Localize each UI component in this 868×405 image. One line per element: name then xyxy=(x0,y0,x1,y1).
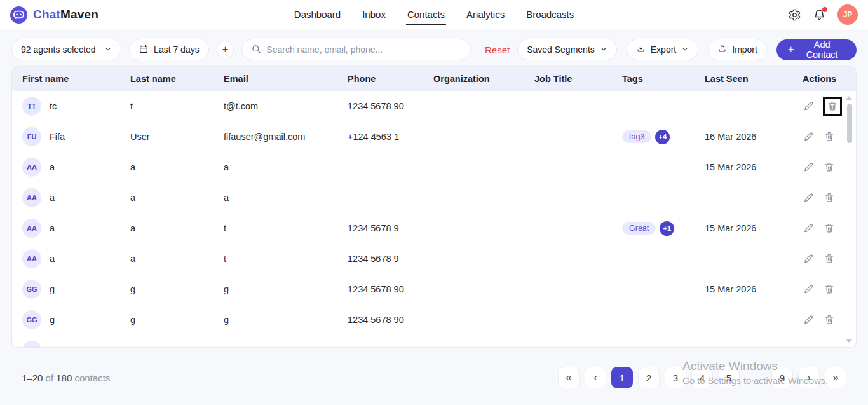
page-button-3[interactable]: 3 xyxy=(665,367,686,388)
tags-cell: Great+1 xyxy=(622,221,705,236)
delete-trash-icon[interactable] xyxy=(823,222,836,235)
notifications-bell-icon[interactable] xyxy=(813,8,826,22)
page-button-9[interactable]: 9 xyxy=(771,367,793,388)
delete-trash-icon[interactable] xyxy=(823,252,836,265)
add-filter-button[interactable]: + xyxy=(217,41,234,58)
delete-trash-icon[interactable] xyxy=(823,161,836,174)
column-header-last-seen: Last Seen xyxy=(705,74,803,84)
first-name-cell: a xyxy=(50,193,55,203)
first-name-cell: Fifa xyxy=(50,132,65,142)
table-row: AAaat1234 5678 9Great+115 Mar 2026 xyxy=(12,213,856,244)
first-name-cell: g xyxy=(50,315,55,325)
contact-avatar: GG xyxy=(22,310,41,329)
profile-avatar[interactable]: JP xyxy=(837,4,858,25)
column-header-first-name: First name xyxy=(22,74,130,84)
tag-more-badge[interactable]: +4 xyxy=(655,130,670,144)
nav-tab-inbox[interactable]: Inbox xyxy=(353,0,395,29)
page-button-4[interactable]: 4 xyxy=(691,367,713,388)
delete-trash-icon[interactable] xyxy=(823,283,836,296)
calendar-icon xyxy=(139,44,149,56)
email-cell: fifauser@gmail.com xyxy=(224,132,348,142)
import-button[interactable]: Import xyxy=(708,39,767,60)
edit-pencil-icon[interactable] xyxy=(803,130,815,143)
column-header-job-title: Job Title xyxy=(534,74,622,84)
agents-dropdown[interactable]: 92 agents selected xyxy=(11,39,121,60)
pagination-first[interactable]: « xyxy=(558,367,580,388)
nav-tab-contacts[interactable]: Contacts xyxy=(398,0,454,29)
delete-trash-icon[interactable] xyxy=(823,191,836,204)
page-button-1[interactable]: 1 xyxy=(611,367,633,388)
scrollbar-thumb[interactable] xyxy=(847,104,852,143)
last-seen-cell: 16 Mar 2026 xyxy=(705,132,803,142)
brand[interactable]: ChatMaven xyxy=(10,6,175,24)
contact-avatar: GG xyxy=(22,280,41,299)
column-header-last-name: Last name xyxy=(130,74,224,84)
table-row: AAaat1234 5678 9 xyxy=(12,244,856,274)
tag-more-badge[interactable]: +1 xyxy=(660,221,674,236)
edit-pencil-icon[interactable] xyxy=(803,191,815,204)
column-header-organization: Organization xyxy=(433,74,534,84)
scrollbar-up-arrow[interactable] xyxy=(846,96,852,100)
delete-trash-icon[interactable] xyxy=(823,97,842,116)
export-dropdown[interactable]: Export xyxy=(627,39,698,60)
nav-tab-broadcasts[interactable]: Broadcasts xyxy=(517,0,583,29)
date-range-picker[interactable]: Last 7 days xyxy=(129,39,209,60)
delete-trash-icon[interactable] xyxy=(823,313,836,326)
phone-cell: +124 4563 1 xyxy=(348,132,433,142)
email-cell: g xyxy=(224,284,348,294)
main-nav: DashboardInboxContactsAnalyticsBroadcast… xyxy=(175,0,693,29)
download-icon xyxy=(636,44,646,55)
email-cell: t xyxy=(224,254,348,264)
saved-segments-dropdown[interactable]: Saved Segments xyxy=(517,39,617,60)
edit-pencil-icon[interactable] xyxy=(803,283,815,296)
edit-pencil-icon[interactable] xyxy=(803,222,815,235)
pagination-next[interactable]: › xyxy=(798,367,820,388)
pagination-prev[interactable]: ‹ xyxy=(585,367,606,388)
reset-filters-link[interactable]: Reset xyxy=(485,45,510,55)
edit-pencil-icon[interactable] xyxy=(803,100,815,113)
last-name-cell: a xyxy=(130,162,224,172)
email-cell: t@t.com xyxy=(224,101,348,111)
actions-cell xyxy=(803,222,856,235)
table-footer: 1–20 of 180 contacts «‹12345…9›» xyxy=(0,367,868,388)
contacts-table-body: TTtctt@t.com1234 5678 90FUFifaUserfifaus… xyxy=(12,91,856,348)
top-right-tools: JP xyxy=(693,4,858,25)
delete-trash-icon[interactable] xyxy=(823,130,836,143)
tag-pill[interactable]: tag3 xyxy=(622,130,651,143)
edit-pencil-icon[interactable] xyxy=(803,161,815,174)
last-name-cell: User xyxy=(130,132,224,142)
search-icon xyxy=(251,44,261,56)
actions-cell xyxy=(803,283,856,296)
pagination-ellipsis: … xyxy=(745,367,766,388)
table-row: AAaaa15 Mar 2026 xyxy=(12,152,856,182)
pagination-last[interactable]: » xyxy=(825,367,846,388)
page-button-2[interactable]: 2 xyxy=(638,367,660,388)
contact-avatar xyxy=(22,341,41,348)
scrollbar-down-arrow[interactable] xyxy=(846,339,852,343)
add-contact-button[interactable]: + Add Contact xyxy=(776,39,857,60)
search-box[interactable] xyxy=(241,39,471,60)
last-seen-cell: 15 Mar 2026 xyxy=(705,284,803,294)
nav-tab-analytics[interactable]: Analytics xyxy=(457,0,514,29)
edit-pencil-icon[interactable] xyxy=(803,313,815,326)
column-header-tags: Tags xyxy=(622,74,705,84)
phone-cell: 1234 5678 90 xyxy=(348,315,433,325)
settings-gear-icon[interactable] xyxy=(788,8,801,22)
tag-pill[interactable]: Great xyxy=(622,222,656,235)
table-header-row: First nameLast nameEmailPhoneOrganizatio… xyxy=(12,67,856,91)
email-cell: a xyxy=(224,162,348,172)
email-cell: g xyxy=(224,315,348,325)
brand-name: ChatMaven xyxy=(33,8,98,22)
edit-pencil-icon[interactable] xyxy=(803,252,815,265)
last-seen-cell: 15 Mar 2026 xyxy=(705,162,803,172)
page-button-5[interactable]: 5 xyxy=(718,367,740,388)
email-cell: t xyxy=(224,223,348,233)
nav-tab-dashboard[interactable]: Dashboard xyxy=(285,0,350,29)
notification-dot xyxy=(822,7,827,12)
column-header-actions: Actions xyxy=(803,74,856,84)
actions-cell xyxy=(803,161,856,174)
search-input[interactable] xyxy=(266,45,461,55)
toolbar-right-group: Saved Segments Export Import + Add Conta… xyxy=(517,39,857,60)
first-name-cell: a xyxy=(50,223,55,233)
last-name-cell: a xyxy=(130,254,224,264)
